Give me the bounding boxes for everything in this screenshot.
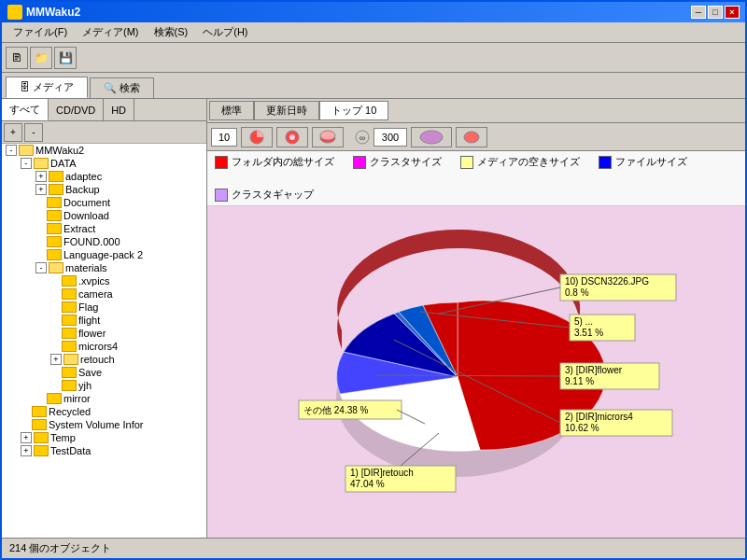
folder-icon-testdata	[34, 445, 49, 456]
cat-tab-cddvd[interactable]: CD/DVD	[49, 99, 104, 120]
folder-icon-flight	[62, 315, 77, 326]
tree-item-xvpics[interactable]: .xvpics	[2, 274, 206, 287]
pie-chart: flower	[252, 228, 700, 517]
legend-label-4: クラスタギャップ	[232, 188, 314, 202]
tab-standard[interactable]: 標準	[209, 101, 254, 120]
expand-testdata[interactable]: +	[21, 445, 32, 456]
num-input-items[interactable]	[211, 128, 237, 147]
tree-label-flag: Flag	[78, 301, 98, 313]
tree-toolbar: + -	[2, 121, 206, 144]
tree-item-document[interactable]: Document	[2, 196, 206, 209]
limit-icon: ∞	[355, 130, 370, 145]
legend-item-2: メディアの空きサイズ	[460, 155, 580, 169]
folder-icon-camera	[62, 288, 77, 300]
expand-mmwaku2[interactable]: -	[6, 145, 17, 156]
right-tab-row: 標準 更新日時 トップ 10	[207, 99, 745, 123]
chart-type-btn-1[interactable]	[241, 127, 273, 147]
tree-label-data: DATA	[50, 158, 77, 169]
tree-item-langpack[interactable]: Language-pack 2	[2, 248, 206, 261]
tree-label-mmwaku2: MMWaku2	[35, 145, 84, 156]
tree-label-micrors4: micrors4	[78, 341, 118, 352]
expand-adaptec[interactable]: +	[35, 171, 47, 182]
menu-bar: ファイル(F) メディア(M) 検索(S) ヘルプ(H)	[2, 22, 745, 43]
close-button[interactable]: ×	[725, 6, 740, 19]
menu-help[interactable]: ヘルプ(H)	[195, 23, 255, 41]
tree-item-extract[interactable]: Extract	[2, 222, 206, 235]
left-panel: すべて CD/DVD HD + - - MMWaku2 -	[2, 99, 207, 538]
menu-search[interactable]: 検索(S)	[147, 23, 196, 41]
tree-item-download[interactable]: Download	[2, 209, 206, 222]
tree-item-mirror[interactable]: mirror	[2, 392, 206, 405]
tree-item-retouch[interactable]: + retouch	[2, 353, 206, 366]
search-icon: 🔍	[104, 82, 117, 93]
chart-color-btn-1[interactable]	[411, 127, 452, 147]
minimize-button[interactable]: ─	[691, 6, 706, 19]
folder-icon-flower	[62, 328, 77, 339]
folder-icon-flag	[62, 301, 77, 313]
svg-text:1) [DIR]retouch: 1) [DIR]retouch	[350, 468, 414, 478]
cat-tab-hd[interactable]: HD	[104, 99, 134, 120]
svg-text:∞: ∞	[359, 133, 365, 143]
menu-file[interactable]: ファイル(F)	[6, 23, 75, 41]
svg-text:3) [DIR]flower: 3) [DIR]flower	[565, 365, 623, 375]
tree-item-testdata[interactable]: + TestData	[2, 444, 206, 457]
tree-item-found[interactable]: FOUND.000	[2, 235, 206, 248]
tree-item-backup[interactable]: + Backup	[2, 183, 206, 196]
tab-media[interactable]: 🗄 メディア	[6, 77, 88, 98]
svg-point-8	[464, 132, 479, 143]
tree-item-micrors4[interactable]: micrors4	[2, 340, 206, 353]
toolbar-btn-2[interactable]: 📁	[30, 47, 52, 69]
svg-text:3.51 %: 3.51 %	[574, 328, 603, 338]
tree-item-adaptec[interactable]: + adaptec	[2, 170, 206, 183]
legend-item-3: ファイルサイズ	[599, 155, 687, 169]
folder-icon-yjh	[62, 380, 77, 391]
expand-retouch[interactable]: +	[50, 354, 62, 365]
toolbar: 🖹 📁 💾	[2, 43, 745, 73]
tree-label-save: Save	[78, 367, 102, 378]
legend-area: フォルダ内の総サイズ クラスタサイズ メディアの空きサイズ ファイルサイズ クラ…	[207, 151, 745, 206]
max-label: ∞	[355, 130, 370, 145]
maximize-button[interactable]: □	[708, 6, 723, 19]
tree-item-flower[interactable]: flower	[2, 327, 206, 340]
tree-item-data[interactable]: - DATA	[2, 157, 206, 170]
tree-item-sysvolinfo[interactable]: System Volume Infor	[2, 418, 206, 431]
tree-item-recycled[interactable]: Recycled	[2, 405, 206, 418]
tree-label-materials: materials	[65, 262, 107, 273]
tab-top10[interactable]: トップ 10	[319, 101, 388, 120]
tree-label-extract: Extract	[63, 223, 95, 234]
tree-item-yjh[interactable]: yjh	[2, 379, 206, 392]
expand-temp[interactable]: +	[21, 432, 32, 443]
tree-item-materials[interactable]: - materials	[2, 261, 206, 274]
legend-label-2: メディアの空きサイズ	[477, 155, 580, 169]
expand-materials[interactable]: -	[35, 262, 47, 273]
tab-search[interactable]: 🔍 検索	[90, 77, 154, 98]
tree-area[interactable]: - MMWaku2 - DATA + adaptec +	[2, 144, 206, 538]
tab-date[interactable]: 更新日時	[254, 101, 319, 120]
svg-point-4	[320, 131, 335, 140]
chart-type-btn-2[interactable]	[276, 127, 308, 147]
tree-btn-1[interactable]: +	[4, 123, 22, 142]
folder-icon-extract	[47, 223, 62, 234]
chart-color-btn-2[interactable]	[456, 127, 487, 147]
tree-item-temp[interactable]: + Temp	[2, 431, 206, 444]
tree-item-flag[interactable]: Flag	[2, 301, 206, 314]
chart-type-btn-3[interactable]	[312, 127, 344, 147]
tree-btn-2[interactable]: -	[24, 123, 43, 142]
cat-tab-all[interactable]: すべて	[2, 99, 49, 120]
expand-data[interactable]: -	[21, 158, 32, 169]
tree-item-save[interactable]: Save	[2, 366, 206, 379]
toolbar-btn-3[interactable]: 💾	[54, 47, 77, 69]
toolbar-btn-1[interactable]: 🖹	[6, 47, 28, 69]
folder-icon-save	[62, 367, 77, 378]
tree-item-camera[interactable]: camera	[2, 287, 206, 301]
menu-media[interactable]: メディア(M)	[75, 23, 147, 41]
svg-text:9.11 %: 9.11 %	[565, 376, 594, 386]
num-input-max[interactable]	[374, 128, 407, 147]
tree-label-mirror: mirror	[63, 393, 91, 404]
tree-item-flight[interactable]: flight	[2, 314, 206, 327]
expand-backup[interactable]: +	[35, 184, 47, 195]
legend-color-2	[460, 156, 473, 169]
tree-item-mmwaku2[interactable]: - MMWaku2	[2, 144, 206, 157]
folder-icon-recycled	[32, 406, 47, 417]
tree-label-xvpics: .xvpics	[78, 275, 110, 287]
